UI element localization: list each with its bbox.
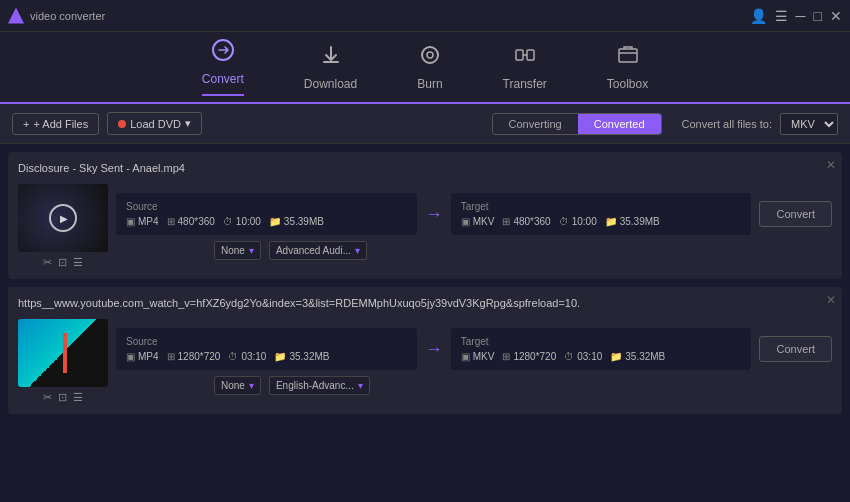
burn-nav-icon <box>418 43 442 73</box>
source-info-2: Source ▣ MP4 ⊞ 1280*720 ⏱ <box>116 328 417 370</box>
target-details: ▣ MKV ⊞ 480*360 ⏱ 10:00 <box>461 216 742 227</box>
nav-download-label: Download <box>304 77 357 91</box>
svg-point-1 <box>422 47 438 63</box>
nav-transfer[interactable]: Transfer <box>503 43 547 91</box>
file-body-2: ✂ ⊡ ☰ Source ▣ MP4 <box>18 319 832 404</box>
target-size-icon-2: 📁 <box>610 351 622 362</box>
source-label: Source <box>126 201 407 212</box>
target-res-icon: ⊞ <box>502 216 510 227</box>
app-logo <box>8 8 24 24</box>
conversion-row: Source ▣ MP4 ⊞ 480*360 ⏱ <box>116 193 832 235</box>
nav-toolbox[interactable]: Toolbox <box>607 43 648 91</box>
options-row: None ▾ Advanced Audi... ▾ <box>214 241 832 260</box>
subtitle-icon[interactable]: ⊡ <box>58 256 67 269</box>
transfer-nav-icon <box>513 43 537 73</box>
video-bar <box>63 333 67 373</box>
target-format-2: ▣ MKV <box>461 351 495 362</box>
load-dvd-button[interactable]: Load DVD ▾ <box>107 112 202 135</box>
source-format: ▣ MP4 <box>126 216 159 227</box>
target-dur-icon-2: ⏱ <box>564 351 574 362</box>
target-size-icon: 📁 <box>605 216 617 227</box>
file-thumbnail <box>18 184 108 252</box>
minimize-button[interactable]: ─ <box>796 8 806 24</box>
audio-option-select-2[interactable]: None ▾ <box>214 376 261 395</box>
window-controls: 👤 ☰ ─ □ ✕ <box>750 8 842 24</box>
cut-icon[interactable]: ✂ <box>43 256 52 269</box>
convert-button-2[interactable]: Convert <box>759 336 832 362</box>
target-info-2: Target ▣ MKV ⊞ 1280*720 ⏱ <box>451 328 752 370</box>
source-format-2: ▣ MP4 <box>126 351 159 362</box>
file-body: ✂ ⊡ ☰ Source ▣ MP4 <box>18 184 832 269</box>
thumbnail-controls: ✂ ⊡ ☰ <box>18 256 108 269</box>
target-resolution-2: ⊞ 1280*720 <box>502 351 556 362</box>
add-files-button[interactable]: + + Add Files <box>12 113 99 135</box>
target-format-icon-2: ▣ <box>461 351 470 362</box>
source-info: Source ▣ MP4 ⊞ 480*360 ⏱ <box>116 193 417 235</box>
source-size-2: 📁 35.32MB <box>274 351 329 362</box>
nav-transfer-label: Transfer <box>503 77 547 91</box>
nav-download[interactable]: Download <box>304 43 357 91</box>
convert-button[interactable]: Convert <box>759 201 832 227</box>
target-details-2: ▣ MKV ⊞ 1280*720 ⏱ 03:10 <box>461 351 742 362</box>
convert-all-label: Convert all files to: <box>682 118 772 130</box>
svg-rect-5 <box>619 49 637 62</box>
target-dur-icon: ⏱ <box>559 216 569 227</box>
convert-nav-icon <box>211 38 235 68</box>
file-close-button-2[interactable]: ✕ <box>826 293 836 307</box>
maximize-button[interactable]: □ <box>814 8 822 24</box>
user-icon[interactable]: 👤 <box>750 8 767 24</box>
nav-burn[interactable]: Burn <box>417 43 442 91</box>
format-select[interactable]: MKV MP4 AVI <box>780 113 838 135</box>
target-resolution: ⊞ 480*360 <box>502 216 550 227</box>
audio-option-select[interactable]: None ▾ <box>214 241 261 260</box>
play-icon <box>49 204 77 232</box>
subtitle-icon-2[interactable]: ⊡ <box>58 391 67 404</box>
app-title: video converter <box>30 10 750 22</box>
add-files-icon: + <box>23 118 29 130</box>
thumbnail-controls-2: ✂ ⊡ ☰ <box>18 391 108 404</box>
main-content: ✕ Disclosure - Sky Sent - Anael.mp4 ✂ ⊡ … <box>0 144 850 502</box>
dvd-chevron-icon: ▾ <box>185 117 191 130</box>
options-row-2: None ▾ English-Advanc... ▾ <box>214 376 832 395</box>
duration-icon-2: ⏱ <box>228 351 238 362</box>
title-bar: video converter 👤 ☰ ─ □ ✕ <box>0 0 850 32</box>
settings-icon[interactable]: ☰ <box>73 256 83 269</box>
toolbox-nav-icon <box>616 43 640 73</box>
file-thumbnail-2 <box>18 319 108 387</box>
nav-convert[interactable]: Convert <box>202 38 244 96</box>
settings-icon-2[interactable]: ☰ <box>73 391 83 404</box>
file-name-2: https__www.youtube.com_watch_v=hfXZ6ydg2… <box>18 297 832 309</box>
chevron-down-icon-2: ▾ <box>355 245 360 256</box>
file-name: Disclosure - Sky Sent - Anael.mp4 <box>18 162 832 174</box>
chevron-down-icon-4: ▾ <box>358 380 363 391</box>
resolution-icon-2: ⊞ <box>167 351 175 362</box>
nav-convert-label: Convert <box>202 72 244 86</box>
nav-toolbox-label: Toolbox <box>607 77 648 91</box>
add-files-label: + Add Files <box>33 118 88 130</box>
tab-converting[interactable]: Converting <box>493 114 578 134</box>
nav-burn-label: Burn <box>417 77 442 91</box>
file-close-button[interactable]: ✕ <box>826 158 836 172</box>
target-format-icon: ▣ <box>461 216 470 227</box>
download-nav-icon <box>319 43 343 73</box>
subtitle-option-select[interactable]: English-Advanc... ▾ <box>269 376 370 395</box>
advanced-audio-select[interactable]: Advanced Audi... ▾ <box>269 241 367 260</box>
menu-icon[interactable]: ☰ <box>775 8 788 24</box>
source-details: ▣ MP4 ⊞ 480*360 ⏱ 10:00 <box>126 216 407 227</box>
cut-icon-2[interactable]: ✂ <box>43 391 52 404</box>
size-icon-2: 📁 <box>274 351 286 362</box>
size-icon: 📁 <box>269 216 281 227</box>
format-icon-2: ▣ <box>126 351 135 362</box>
source-duration: ⏱ 10:00 <box>223 216 261 227</box>
chevron-down-icon: ▾ <box>249 245 254 256</box>
source-resolution: ⊞ 480*360 <box>167 216 215 227</box>
target-label: Target <box>461 201 742 212</box>
file-item: ✕ Disclosure - Sky Sent - Anael.mp4 ✂ ⊡ … <box>8 152 842 279</box>
chevron-down-icon-3: ▾ <box>249 380 254 391</box>
file-info-2: Source ▣ MP4 ⊞ 1280*720 ⏱ <box>116 328 832 395</box>
tab-converted[interactable]: Converted <box>578 114 661 134</box>
svg-rect-3 <box>516 50 523 60</box>
target-format: ▣ MKV <box>461 216 495 227</box>
close-button[interactable]: ✕ <box>830 8 842 24</box>
svg-point-2 <box>427 52 433 58</box>
